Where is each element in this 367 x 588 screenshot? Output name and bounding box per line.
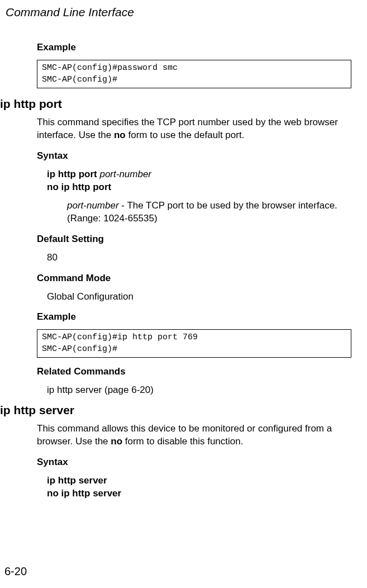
syntax-arg: port-number: [99, 169, 151, 179]
default-setting-value: 80: [47, 252, 351, 264]
running-header: Command Line Interface: [6, 4, 351, 20]
command-title-ip-http-port: ip http port: [0, 96, 351, 112]
example-heading-2: Example: [37, 311, 351, 324]
syntax-line: ip http port port-number: [47, 168, 351, 181]
no-keyword: no: [114, 130, 126, 140]
command-description: This command specifies the TCP port numb…: [37, 116, 351, 142]
syntax-line: no ip http server: [47, 487, 351, 500]
code-line: SMC-AP(config)#password smc: [42, 63, 178, 73]
code-box-1: SMC-AP(config)#password smc SMC-AP(confi…: [37, 60, 351, 88]
syntax-cmd: ip http port: [47, 169, 99, 179]
syntax-heading: Syntax: [37, 456, 351, 469]
code-line: SMC-AP(config)#: [42, 75, 117, 84]
related-commands-heading: Related Commands: [37, 366, 351, 378]
param-arg: port-number: [67, 200, 119, 211]
command-mode-heading: Command Mode: [37, 272, 351, 285]
example-heading-1: Example: [37, 41, 351, 54]
no-keyword: no: [111, 436, 122, 447]
syntax-block: ip http server no ip http server: [47, 475, 351, 500]
command-description: This command allows this device to be mo…: [37, 423, 351, 448]
related-commands-value: ip http server (page 6-20): [47, 384, 351, 397]
page-number: 6-20: [4, 564, 27, 579]
command-title-ip-http-server: ip http server: [0, 402, 351, 418]
desc-text: form to disable this function.: [122, 436, 243, 447]
syntax-block: ip http port port-number no ip http port…: [47, 168, 351, 225]
syntax-line: no ip http port: [47, 181, 351, 194]
command-mode-value: Global Configuration: [47, 291, 351, 304]
syntax-line: ip http server: [47, 475, 351, 487]
code-box-2: SMC-AP(config)#ip http port 769 SMC-AP(c…: [37, 329, 351, 358]
code-line: SMC-AP(config)#: [42, 344, 117, 354]
syntax-heading: Syntax: [37, 150, 351, 163]
code-line: SMC-AP(config)#ip http port 769: [42, 333, 198, 342]
desc-text: form to use the default port.: [126, 130, 245, 140]
param-description: port-number - The TCP port to be used by…: [67, 200, 351, 225]
default-setting-heading: Default Setting: [37, 233, 351, 246]
